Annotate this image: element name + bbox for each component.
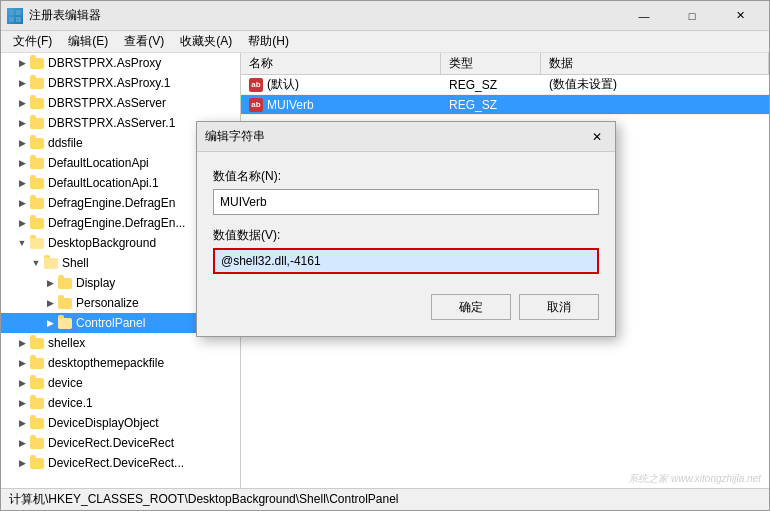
menu-bar: 文件(F) 编辑(E) 查看(V) 收藏夹(A) 帮助(H) — [1, 31, 769, 53]
expand-icon: ▶ — [15, 456, 29, 470]
folder-icon — [29, 135, 45, 151]
folder-icon — [29, 115, 45, 131]
folder-icon — [57, 295, 73, 311]
tree-item-device[interactable]: ▶ device — [1, 373, 240, 393]
tree-label: DBRSTPRX.AsProxy.1 — [48, 76, 170, 90]
reg-name-label: MUIVerb — [267, 98, 314, 112]
tree-label: DBRSTPRX.AsProxy — [48, 56, 161, 70]
svg-rect-2 — [9, 17, 14, 22]
menu-favorites[interactable]: 收藏夹(A) — [172, 31, 240, 52]
expand-icon: ▶ — [15, 116, 29, 130]
tree-label: shellex — [48, 336, 85, 350]
menu-edit[interactable]: 编辑(E) — [60, 31, 116, 52]
ab-icon: ab — [249, 98, 263, 112]
expand-icon: ▶ — [43, 276, 57, 290]
folder-icon — [29, 375, 45, 391]
col-header-type[interactable]: 类型 — [441, 53, 541, 74]
tree-label: Personalize — [76, 296, 139, 310]
expand-icon: ▶ — [15, 56, 29, 70]
expand-icon: ▶ — [15, 396, 29, 410]
dialog-buttons: 确定 取消 — [213, 286, 599, 320]
watermark: 系统之家 www.xitongzhijia.net — [628, 472, 761, 486]
expand-icon: ▶ — [15, 196, 29, 210]
tree-item-device1[interactable]: ▶ device.1 — [1, 393, 240, 413]
reg-cell-name-default: ab (默认) — [241, 76, 441, 93]
reg-cell-name-muiverb: ab MUIVerb — [241, 98, 441, 112]
expand-icon: ▶ — [15, 76, 29, 90]
window-controls: — □ ✕ — [621, 2, 763, 30]
expand-icon: ▶ — [43, 316, 57, 330]
expand-icon: ▶ — [15, 136, 29, 150]
menu-help[interactable]: 帮助(H) — [240, 31, 297, 52]
reg-row-default[interactable]: ab (默认) REG_SZ (数值未设置) — [241, 75, 769, 95]
window-title: 注册表编辑器 — [29, 7, 621, 24]
tree-item-desktopthemepackfile[interactable]: ▶ desktopthemepackfile — [1, 353, 240, 373]
folder-icon — [29, 435, 45, 451]
tree-label: DeviceDisplayObject — [48, 416, 159, 430]
folder-icon — [29, 455, 45, 471]
tree-item-dbrstprx-asproxy1[interactable]: ▶ DBRSTPRX.AsProxy.1 — [1, 73, 240, 93]
expand-icon: ▶ — [15, 336, 29, 350]
expand-icon: ▶ — [15, 376, 29, 390]
tree-item-devicerect2[interactable]: ▶ DeviceRect.DeviceRect... — [1, 453, 240, 473]
tree-label: DeviceRect.DeviceRect — [48, 436, 174, 450]
tree-label: DeviceRect.DeviceRect... — [48, 456, 184, 470]
expand-icon: ▼ — [15, 236, 29, 250]
folder-icon — [29, 195, 45, 211]
tree-label: Display — [76, 276, 115, 290]
folder-open-icon — [29, 235, 45, 251]
tree-label: DesktopBackground — [48, 236, 156, 250]
tree-label: device — [48, 376, 83, 390]
folder-icon — [57, 275, 73, 291]
folder-icon — [29, 55, 45, 71]
menu-view[interactable]: 查看(V) — [116, 31, 172, 52]
dialog-close-button[interactable]: ✕ — [587, 127, 607, 147]
ok-button[interactable]: 确定 — [431, 294, 511, 320]
expand-icon: ▶ — [15, 356, 29, 370]
folder-icon — [29, 415, 45, 431]
dialog-body: 数值名称(N): 数值数据(V): 确定 取消 — [197, 152, 615, 336]
menu-file[interactable]: 文件(F) — [5, 31, 60, 52]
ab-icon: ab — [249, 78, 263, 92]
title-bar: 注册表编辑器 — □ ✕ — [1, 1, 769, 31]
folder-icon — [29, 395, 45, 411]
edit-string-dialog: 编辑字符串 ✕ 数值名称(N): 数值数据(V): 确定 取消 — [196, 121, 616, 337]
name-input[interactable] — [213, 189, 599, 215]
folder-icon — [29, 155, 45, 171]
dialog-title-text: 编辑字符串 — [205, 128, 587, 145]
folder-icon — [57, 315, 73, 331]
tree-label: DefragEngine.DefragEn... — [48, 216, 185, 230]
maximize-button[interactable]: □ — [669, 2, 715, 30]
form-group-data: 数值数据(V): — [213, 227, 599, 274]
reg-row-muiverb[interactable]: ab MUIVerb REG_SZ — [241, 95, 769, 115]
reg-cell-data-default: (数值未设置) — [541, 76, 769, 93]
folder-icon — [29, 95, 45, 111]
dialog-title-bar: 编辑字符串 ✕ — [197, 122, 615, 152]
status-text: 计算机\HKEY_CLASSES_ROOT\DesktopBackground\… — [9, 491, 399, 508]
data-input[interactable] — [213, 248, 599, 274]
tree-label: DefaultLocationApi — [48, 156, 149, 170]
tree-item-dbrstprx-asserver[interactable]: ▶ DBRSTPRX.AsServer — [1, 93, 240, 113]
minimize-button[interactable]: — — [621, 2, 667, 30]
tree-item-dbrstprx-asproxy[interactable]: ▶ DBRSTPRX.AsProxy — [1, 53, 240, 73]
form-group-name: 数值名称(N): — [213, 168, 599, 215]
name-label: 数值名称(N): — [213, 168, 599, 185]
folder-icon — [29, 335, 45, 351]
expand-icon: ▶ — [15, 96, 29, 110]
col-header-data[interactable]: 数据 — [541, 53, 769, 74]
col-header-name[interactable]: 名称 — [241, 53, 441, 74]
reg-cell-type-default: REG_SZ — [441, 78, 541, 92]
cancel-button[interactable]: 取消 — [519, 294, 599, 320]
expand-icon: ▶ — [15, 156, 29, 170]
tree-label: desktopthemepackfile — [48, 356, 164, 370]
tree-label: Shell — [62, 256, 89, 270]
tree-item-devicedisplayobject[interactable]: ▶ DeviceDisplayObject — [1, 413, 240, 433]
expand-icon: ▶ — [15, 216, 29, 230]
tree-label: ddsfile — [48, 136, 83, 150]
expand-icon: ▼ — [29, 256, 43, 270]
tree-label: DBRSTPRX.AsServer — [48, 96, 166, 110]
expand-icon: ▶ — [15, 436, 29, 450]
folder-open-icon — [43, 255, 59, 271]
tree-item-devicerect1[interactable]: ▶ DeviceRect.DeviceRect — [1, 433, 240, 453]
close-button[interactable]: ✕ — [717, 2, 763, 30]
